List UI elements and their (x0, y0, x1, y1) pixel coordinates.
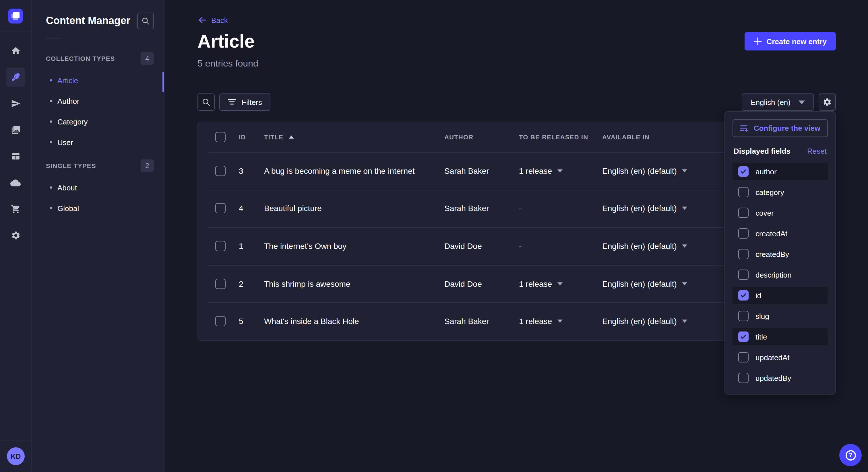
cell-id: 2 (239, 279, 264, 288)
field-option-id[interactable]: id (733, 287, 828, 304)
field-option-updatedBy[interactable]: updatedBy (733, 369, 828, 386)
column-header-title[interactable]: TITLE (264, 134, 444, 140)
back-link[interactable]: Back (197, 15, 228, 25)
field-option-category[interactable]: category (733, 183, 828, 201)
field-checkbox[interactable] (738, 352, 749, 363)
sidebar-search-button[interactable] (137, 12, 154, 29)
sidebar-item-author[interactable]: Author (46, 91, 154, 111)
row-checkbox[interactable] (215, 278, 226, 289)
nav-cloud-button[interactable] (6, 173, 25, 192)
field-checkbox[interactable] (738, 166, 749, 177)
sidebar-title: Content Manager (46, 15, 130, 27)
nav-home-button[interactable] (6, 41, 25, 60)
nav-settings-button[interactable] (6, 226, 25, 245)
field-label: updatedBy (755, 374, 791, 382)
field-label: description (755, 270, 792, 279)
field-option-cover[interactable]: cover (733, 204, 828, 222)
configure-the-view-label: Configure the view (754, 124, 820, 133)
arrow-left-icon (197, 15, 207, 25)
collection-types-count-badge: 4 (141, 52, 154, 65)
column-header-to-be-released-in[interactable]: TO BE RELEASED IN (519, 134, 602, 140)
column-header-author[interactable]: AUTHOR (444, 134, 519, 140)
select-all-checkbox[interactable] (215, 132, 226, 142)
paper-plane-icon (11, 99, 20, 108)
field-checkbox[interactable] (738, 290, 749, 301)
cell-author: David Doe (444, 241, 519, 250)
main-content: Back Article Create new entry 5 entries … (165, 0, 868, 472)
sidebar-item-label: Article (57, 76, 78, 85)
nav-marketplace-button[interactable] (6, 200, 25, 218)
field-checkbox[interactable] (738, 332, 749, 342)
reset-link[interactable]: Reset (807, 147, 827, 156)
cell-to-be-released-in[interactable]: 1 release (519, 166, 602, 175)
gear-icon (11, 231, 20, 240)
chevron-down-icon (557, 282, 562, 285)
help-button[interactable]: ? (839, 444, 862, 466)
column-header-id[interactable]: ID (239, 134, 264, 140)
single-types-list: About Global (46, 177, 154, 218)
strapi-logo[interactable] (8, 9, 23, 24)
create-new-entry-button[interactable]: Create new entry (745, 32, 836, 50)
nav-content-manager-button[interactable] (6, 68, 25, 87)
filters-button[interactable]: Filters (219, 94, 271, 111)
row-checkbox[interactable] (215, 203, 226, 214)
back-label: Back (211, 16, 228, 24)
field-label: id (755, 291, 761, 300)
field-checkbox[interactable] (738, 187, 749, 197)
sidebar-item-user[interactable]: User (46, 132, 154, 153)
sidebar-item-about[interactable]: About (46, 177, 154, 198)
nav-content-type-builder-button[interactable] (6, 147, 25, 166)
locale-value: English (en) (751, 98, 790, 106)
field-label: slug (755, 312, 769, 320)
sidebar-item-article[interactable]: Article (46, 70, 154, 91)
field-option-createdAt[interactable]: createdAt (733, 225, 828, 242)
row-checkbox[interactable] (215, 316, 226, 326)
field-checkbox[interactable] (738, 373, 749, 383)
field-option-description[interactable]: description (733, 266, 828, 283)
nav-divider (0, 32, 31, 32)
entries-count: 5 entries found (197, 58, 836, 69)
gear-icon (823, 98, 832, 107)
locale-select[interactable]: English (en) (741, 94, 814, 111)
nav-media-library-button[interactable] (6, 121, 25, 139)
field-checkbox[interactable] (738, 208, 749, 218)
check-icon (740, 333, 747, 340)
field-option-title[interactable]: title (733, 328, 828, 345)
field-option-author[interactable]: author (733, 163, 828, 180)
view-settings-button[interactable] (818, 94, 836, 111)
field-checkbox[interactable] (738, 228, 749, 239)
bullet-icon (50, 141, 52, 143)
field-label: updatedAt (755, 353, 789, 362)
row-checkbox[interactable] (215, 241, 226, 251)
chevron-down-icon (682, 282, 687, 285)
cell-to-be-released-in[interactable]: - (519, 241, 602, 250)
nav-releases-button[interactable] (6, 94, 25, 113)
sidebar-item-category[interactable]: Category (46, 111, 154, 132)
field-checkbox[interactable] (738, 311, 749, 321)
bullet-icon (50, 100, 52, 102)
collection-types-list: Article Author Category User (46, 70, 154, 153)
field-label: title (755, 332, 767, 341)
page-title: Article (197, 32, 255, 51)
field-option-slug[interactable]: slug (733, 307, 828, 325)
app-window: KD Content Manager COLLECTION TYPES 4 Ar… (0, 0, 868, 472)
sidebar-item-label: Global (57, 204, 79, 212)
sidebar-item-global[interactable]: Global (46, 198, 154, 218)
field-option-createdBy[interactable]: createdBy (733, 245, 828, 263)
bullet-icon (50, 121, 52, 123)
cell-to-be-released-in[interactable]: 1 release (519, 279, 602, 288)
cell-to-be-released-in[interactable]: 1 release (519, 316, 602, 326)
bullet-icon (50, 79, 52, 81)
configure-the-view-button[interactable]: Configure the view (733, 119, 828, 137)
row-checkbox[interactable] (215, 166, 226, 176)
field-option-updatedAt[interactable]: updatedAt (733, 349, 828, 366)
field-checkbox[interactable] (738, 249, 749, 259)
configure-list-icon (740, 124, 749, 132)
search-button[interactable] (197, 94, 215, 111)
user-avatar[interactable]: KD (7, 447, 25, 465)
field-checkbox[interactable] (738, 270, 749, 280)
cell-to-be-released-in[interactable]: - (519, 204, 602, 213)
chevron-down-icon (682, 244, 687, 248)
toolbar: Filters English (en) (197, 94, 836, 111)
nav-bottom-divider (0, 440, 31, 440)
